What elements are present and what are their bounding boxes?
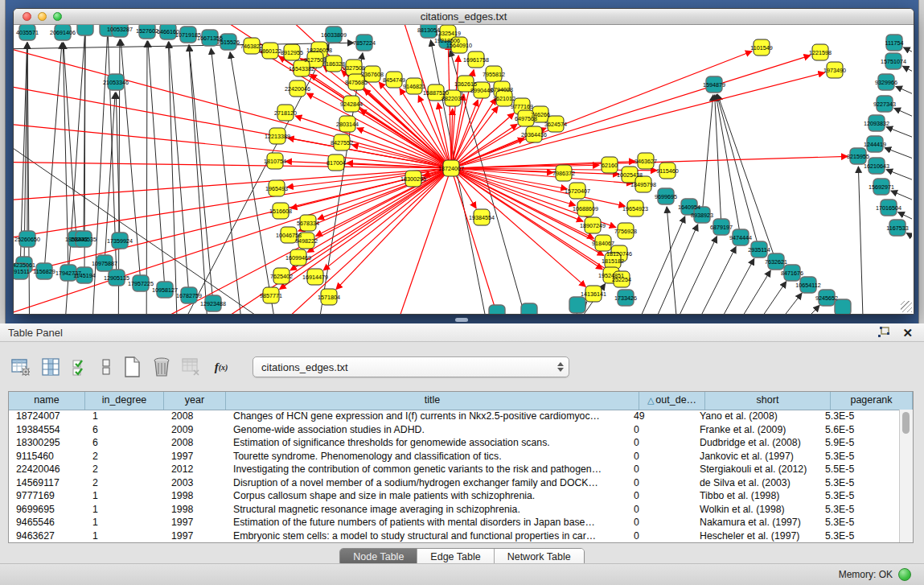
- table-cell[interactable]: 1: [85, 529, 164, 543]
- table-cell[interactable]: 2009: [164, 423, 226, 437]
- graph-edge[interactable]: [451, 168, 585, 286]
- table-row[interactable]: 977716911998Corpus callosum shape and si…: [9, 489, 900, 503]
- graph-edge[interactable]: [189, 45, 213, 303]
- table-cell[interactable]: 6: [85, 423, 164, 437]
- table-cell[interactable]: 9465546: [9, 516, 85, 529]
- graph-edge[interactable]: [653, 237, 717, 314]
- table-cell[interactable]: 0: [626, 423, 692, 437]
- table-cell[interactable]: 0: [626, 529, 692, 543]
- graph-edge[interactable]: [702, 95, 713, 215]
- table-cell[interactable]: Franke et al. (2009): [692, 423, 818, 437]
- zoom-window-icon[interactable]: [53, 12, 62, 21]
- graph-edge[interactable]: [894, 108, 912, 128]
- table-cell[interactable]: Structural magnetic resonance image aver…: [226, 503, 626, 517]
- table-cell[interactable]: Genome-wide association studies in ADHD.: [226, 423, 626, 437]
- table-cell[interactable]: Changes of HCN gene expression and I(f) …: [226, 410, 626, 423]
- column-header-short[interactable]: short: [705, 392, 831, 410]
- graph-node[interactable]: [569, 297, 585, 313]
- table-cell[interactable]: 5.3E-5: [818, 529, 900, 543]
- new-document-icon[interactable]: [122, 357, 142, 377]
- table-cell[interactable]: 5.6E-5: [818, 423, 900, 437]
- graph-edge[interactable]: [14, 41, 451, 168]
- window-resize-grip[interactable]: [901, 301, 912, 312]
- window-titlebar[interactable]: citations_edges.txt: [14, 9, 914, 25]
- table-settings-icon[interactable]: [11, 357, 31, 377]
- table-cell[interactable]: 0: [626, 476, 692, 490]
- table-cell[interactable]: Disruption of a novel member of a sodium…: [226, 476, 626, 490]
- network-canvas[interactable]: 4035571206914061005328715276026466160107…: [14, 25, 914, 314]
- graph-edge[interactable]: [709, 270, 770, 314]
- graph-edge[interactable]: [902, 66, 912, 85]
- table-row[interactable]: 911546021997Tourette syndrome. Phenomeno…: [9, 450, 900, 463]
- column-header-title[interactable]: title: [226, 392, 639, 410]
- table-cell[interactable]: Estimation of the future numbers of pati…: [226, 516, 626, 529]
- table-cell[interactable]: 2: [85, 476, 164, 490]
- graph-edge[interactable]: [148, 41, 165, 290]
- table-row[interactable]: 946554611997Estimation of the future num…: [9, 516, 900, 529]
- table-cell[interactable]: 1997: [164, 529, 226, 543]
- table-cell[interactable]: 1: [85, 489, 164, 503]
- table-cell[interactable]: 5.9E-5: [818, 436, 900, 450]
- graph-edge[interactable]: [906, 233, 912, 252]
- table-row[interactable]: 1872400712008Changes of HCN gene express…: [9, 410, 900, 423]
- table-cell[interactable]: 1: [85, 503, 164, 517]
- table-cell[interactable]: 1: [85, 516, 164, 529]
- graph-node[interactable]: [835, 299, 851, 314]
- table-row[interactable]: 1938455462009Genome-wide association stu…: [9, 423, 900, 437]
- column-header-name[interactable]: name: [9, 392, 85, 410]
- table-cell[interactable]: Investigating the contribution of common…: [226, 463, 626, 476]
- table-cell[interactable]: 2008: [164, 410, 226, 423]
- column-header-out_de[interactable]: △out_de…: [639, 392, 705, 410]
- graph-node[interactable]: [77, 25, 93, 35]
- table-cell[interactable]: 2: [85, 463, 164, 476]
- table-vertical-scrollbar[interactable]: [899, 410, 913, 542]
- table-cell[interactable]: Yano et al. (2008): [692, 410, 818, 423]
- select-columns-icon[interactable]: [71, 357, 90, 377]
- table-cell[interactable]: 1: [85, 410, 164, 423]
- table-cell[interactable]: 0: [626, 450, 692, 463]
- table-cell[interactable]: Estimation of significance thresholds fo…: [226, 436, 626, 450]
- table-cell[interactable]: 5.3E-5: [818, 503, 900, 517]
- table-cell[interactable]: Dudbridge et al. (2008): [692, 436, 818, 450]
- table-row[interactable]: 1456911722003Disruption of a novel membe…: [9, 476, 900, 490]
- graph-edge[interactable]: [715, 95, 721, 227]
- close-window-icon[interactable]: [23, 12, 31, 21]
- graph-edge[interactable]: [886, 127, 912, 147]
- graph-edge[interactable]: [307, 168, 451, 252]
- show-columns-icon[interactable]: [41, 357, 60, 377]
- table-cell[interactable]: 0: [626, 503, 692, 517]
- graph-edge[interactable]: [14, 122, 451, 168]
- network-view-window[interactable]: citations_edges.txt 40355712069140610053…: [13, 8, 914, 315]
- graph-edge[interactable]: [896, 86, 912, 105]
- table-row[interactable]: 946362711997Embryonic stem cells: a mode…: [9, 529, 900, 543]
- table-cell[interactable]: 1998: [164, 503, 226, 517]
- graph-node[interactable]: [489, 305, 505, 314]
- table-cell[interactable]: Tourette syndrome. Phenomenology and cla…: [226, 450, 626, 463]
- table-cell[interactable]: 5.3E-5: [818, 516, 900, 529]
- table-cell[interactable]: 5.3E-5: [818, 410, 900, 423]
- graph-edge[interactable]: [858, 167, 864, 314]
- table-cell[interactable]: 18724007: [9, 410, 85, 423]
- table-cell[interactable]: 9777169: [9, 489, 85, 503]
- table-cell[interactable]: 2012: [164, 463, 226, 476]
- table-selector-dropdown[interactable]: citations_edges.txt: [253, 356, 569, 377]
- panel-splitter-grip[interactable]: [455, 318, 468, 322]
- function-builder-icon[interactable]: f(x): [211, 357, 231, 377]
- table-row[interactable]: 969969511998Structural magnetic resonanc…: [9, 503, 900, 517]
- column-header-year[interactable]: year: [164, 392, 226, 410]
- table-cell[interactable]: Hescheler et al. (1997): [692, 529, 818, 543]
- graph-edge[interactable]: [673, 247, 736, 314]
- table-cell[interactable]: 14569117: [9, 476, 85, 490]
- graph-edge[interactable]: [667, 207, 681, 314]
- table-cell[interactable]: Stergiakouli et al. (2012): [692, 463, 818, 476]
- minimize-window-icon[interactable]: [38, 12, 47, 21]
- graph-edge[interactable]: [716, 95, 741, 237]
- graph-edge[interactable]: [189, 45, 211, 314]
- table-cell[interactable]: 2: [85, 450, 164, 463]
- table-cell[interactable]: 18300295: [9, 436, 85, 450]
- table-cell[interactable]: 0: [626, 516, 692, 529]
- network-graph[interactable]: 4035571206914061005328715276026466160107…: [14, 25, 912, 314]
- table-cell[interactable]: 1997: [164, 450, 226, 463]
- graph-edge[interactable]: [146, 41, 147, 314]
- table-cell[interactable]: Embryonic stem cells: a model to study s…: [226, 529, 626, 543]
